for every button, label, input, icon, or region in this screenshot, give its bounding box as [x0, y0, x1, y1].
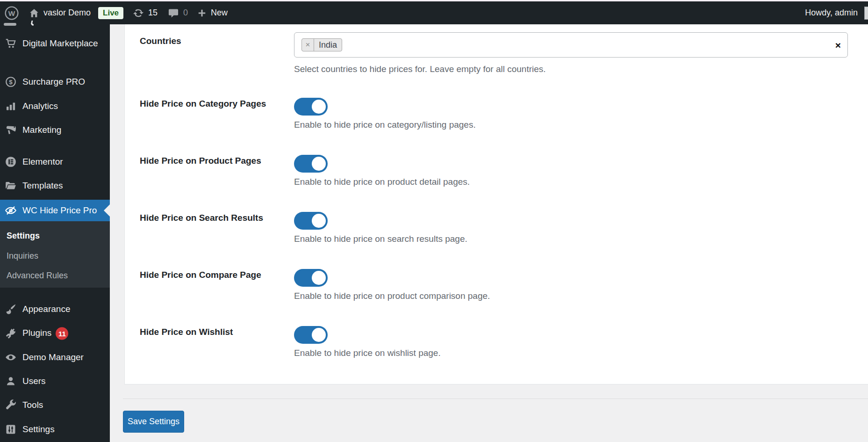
- avatar[interactable]: [864, 7, 868, 20]
- sidebar-item-label: Analytics: [22, 101, 58, 111]
- sidebar-item-wc-hide-price-pro[interactable]: WC Hide Price Pro: [0, 200, 110, 221]
- admin-sidebar: Digital Marketplace $ Surcharge PRO Anal…: [0, 24, 110, 442]
- sidebar-item-surcharge-pro[interactable]: $ Surcharge PRO: [0, 71, 110, 93]
- plugins-label: Plugins: [22, 328, 51, 338]
- sidebar-item-tools[interactable]: Tools: [0, 394, 110, 416]
- toggle-row-label: Hide Price on Category Pages: [140, 97, 266, 110]
- toggle-row-label: Hide Price on Search Results: [140, 211, 263, 225]
- toggle-row-description: Enable to hide price on category/listing…: [294, 118, 476, 131]
- toggle-row-description: Enable to hide price on wishlist page.: [294, 347, 441, 360]
- sidebar-item-label: Marketing: [22, 125, 61, 135]
- toggle-row-description: Enable to hide price on product detail p…: [294, 175, 470, 188]
- new-label: New: [211, 8, 228, 18]
- sidebar-item-label: Plugins11: [22, 327, 68, 340]
- wordpress-admin-screen: W vaslor Demo Live 15 0: [0, 0, 868, 442]
- toggle-knob: [312, 157, 326, 171]
- tag-label: India: [314, 39, 342, 51]
- comment-bubble-icon: [168, 7, 179, 19]
- toggle-row-description: Enable to hide price on product comparis…: [294, 290, 490, 303]
- sidebar-item-appearance[interactable]: Appearance: [0, 298, 110, 320]
- eye-icon: [5, 351, 17, 363]
- brush-icon: [5, 303, 17, 315]
- hide-price-category-pages-toggle[interactable]: [294, 98, 328, 116]
- site-name: vaslor Demo: [43, 8, 91, 18]
- bar-chart-icon: [5, 100, 17, 112]
- sidebar-item-label: Users: [22, 376, 46, 386]
- wc-hide-price-pro-submenu: Settings Inquiries Advanced Rules: [0, 221, 110, 288]
- clipped-label-remnant: [30, 21, 35, 26]
- plug-icon: [5, 327, 17, 340]
- plus-icon: [197, 8, 207, 18]
- update-count: 15: [148, 8, 158, 18]
- user-icon: [5, 375, 17, 387]
- sidebar-item-label: Appearance: [22, 304, 70, 314]
- hide-price-search-results-toggle[interactable]: [294, 212, 328, 230]
- comments-menu[interactable]: 0: [168, 7, 188, 19]
- sidebar-item-plugins[interactable]: Plugins11: [0, 323, 110, 344]
- sidebar-item-marketing[interactable]: Marketing: [0, 119, 110, 141]
- hide-price-wishlist-toggle[interactable]: [294, 326, 328, 344]
- submenu-item-settings[interactable]: Settings: [0, 227, 110, 244]
- sidebar-item-label: Surcharge PRO: [22, 77, 85, 87]
- admin-bar: W vaslor Demo Live 15 0: [0, 1, 868, 24]
- sidebar-item-label: Digital Marketplace: [22, 36, 102, 51]
- live-badge: Live: [98, 7, 123, 19]
- svg-text:W: W: [8, 9, 15, 17]
- clipped-icon-remnant: [4, 23, 16, 26]
- sidebar-item-label: Templates: [22, 181, 63, 191]
- folder-icon: [5, 180, 17, 192]
- sidebar-item-analytics[interactable]: Analytics: [0, 95, 110, 117]
- submenu-item-inquiries[interactable]: Inquiries: [0, 247, 110, 264]
- comment-count: 0: [183, 8, 188, 18]
- plugins-update-badge: 11: [56, 327, 68, 340]
- sliders-icon: [5, 423, 17, 435]
- elementor-icon: [5, 156, 17, 168]
- sidebar-item-elementor[interactable]: Elementor: [0, 151, 110, 173]
- account-menu[interactable]: Howdy, admin: [805, 1, 858, 24]
- dollar-circle-icon: $: [5, 76, 17, 88]
- toggle-knob: [312, 214, 326, 228]
- wordpress-logo-icon[interactable]: W: [4, 5, 20, 21]
- toggle-row-description: Enable to hide price on search results p…: [294, 232, 467, 246]
- toggle-row-label: Hide Price on Compare Page: [140, 268, 261, 282]
- site-name-menu[interactable]: vaslor Demo: [29, 8, 91, 18]
- new-content-menu[interactable]: New: [197, 8, 228, 18]
- hide-price-compare-page-toggle[interactable]: [294, 269, 328, 287]
- wrench-icon: [5, 399, 17, 411]
- toggle-knob: [312, 328, 326, 342]
- clipped-menu-item: [0, 22, 110, 31]
- sidebar-item-templates[interactable]: Templates: [0, 175, 110, 196]
- eye-slash-icon: [5, 204, 17, 217]
- sidebar-item-label: WC Hide Price Pro: [22, 205, 97, 216]
- clear-selection-icon[interactable]: ×: [835, 40, 841, 50]
- sidebar-item-label: Tools: [22, 400, 43, 410]
- sidebar-item-label: Demo Manager: [22, 352, 84, 362]
- home-icon: [29, 8, 39, 18]
- toggle-row-label: Hide Price on Product Pages: [140, 154, 261, 167]
- toggle-row-label: Hide Price on Wishlist: [140, 326, 233, 339]
- sidebar-item-users[interactable]: Users: [0, 370, 110, 392]
- sidebar-item-settings[interactable]: Settings: [0, 419, 110, 440]
- svg-text:$: $: [9, 79, 13, 86]
- save-settings-button[interactable]: Save Settings: [123, 411, 184, 433]
- settings-panel: Countries × India × Select countries to …: [124, 24, 868, 384]
- hide-price-product-pages-toggle[interactable]: [294, 155, 328, 173]
- sidebar-item-label: Settings: [22, 424, 55, 435]
- submenu-item-advanced-rules[interactable]: Advanced Rules: [0, 267, 110, 284]
- selected-country-tag: × India: [301, 38, 342, 51]
- toggle-knob: [312, 271, 326, 285]
- megaphone-icon: [5, 124, 17, 136]
- toggle-knob: [312, 100, 326, 114]
- countries-description: Select countries to hide prices for. Lea…: [294, 63, 546, 76]
- remove-tag-icon[interactable]: ×: [302, 39, 314, 51]
- update-refresh-icon: [133, 7, 144, 19]
- updates-menu[interactable]: 15: [133, 7, 158, 19]
- sidebar-item-digital-marketplace[interactable]: Digital Marketplace: [0, 34, 110, 65]
- sidebar-item-demo-manager[interactable]: Demo Manager: [0, 347, 110, 368]
- sidebar-item-label: Elementor: [22, 157, 63, 167]
- cart-icon: [5, 37, 17, 50]
- footer-divider: [123, 399, 868, 399]
- countries-multiselect[interactable]: × India ×: [294, 32, 848, 58]
- countries-label: Countries: [140, 35, 181, 48]
